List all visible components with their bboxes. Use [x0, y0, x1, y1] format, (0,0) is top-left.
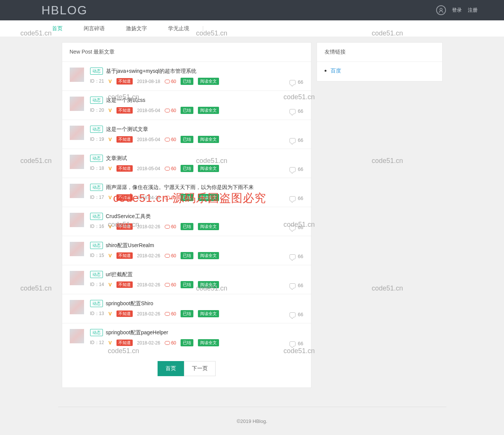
read-more-button[interactable]: 阅读全文: [198, 223, 219, 230]
post-date: 2018-05-04: [137, 108, 160, 113]
post-tag-badge[interactable]: 动态: [90, 68, 103, 75]
unknown-badge: 不知道: [116, 281, 133, 288]
post-id: ID：16: [90, 223, 104, 230]
nav-item-writing[interactable]: 激扬文字: [115, 25, 158, 32]
unknown-badge: 不知道: [116, 252, 133, 259]
nav: 首页 闲言碎语 激扬文字 学无止境: [0, 20, 504, 37]
post-views: 60: [165, 253, 176, 258]
post-row: 动态 springboot配置Shiro ID：13 V 不知道 2018-02…: [62, 294, 311, 323]
logo[interactable]: HBLOG: [41, 3, 87, 17]
post-tag-badge[interactable]: 动态: [90, 271, 103, 278]
post-date: 2019-08-18: [137, 79, 160, 84]
post-title[interactable]: CrudService工具类: [106, 213, 151, 220]
post-title[interactable]: springboot配置pageHelper: [106, 329, 169, 336]
read-more-button[interactable]: 阅读全文: [198, 78, 219, 85]
post-status-badge: 已结: [181, 165, 193, 172]
post-tag-badge[interactable]: 动态: [90, 97, 103, 104]
page-first-button[interactable]: 首页: [158, 361, 184, 376]
read-more-button[interactable]: 阅读全文: [198, 252, 219, 259]
post-comments[interactable]: 66: [290, 97, 303, 114]
post-thumbnail[interactable]: [70, 97, 84, 111]
post-thumbnail[interactable]: [70, 155, 84, 169]
footer: ©2019 HBlog.: [58, 407, 446, 435]
unknown-badge: 不知道: [116, 107, 133, 114]
post-tag-badge[interactable]: 动态: [90, 329, 103, 336]
post-comments[interactable]: 66: [290, 242, 303, 259]
post-title[interactable]: 文章测试: [106, 155, 127, 162]
post-thumbnail[interactable]: [70, 271, 84, 285]
post-views: 60: [165, 282, 176, 287]
post-title[interactable]: 这是一个测试css: [106, 97, 146, 104]
read-more-button[interactable]: 阅读全文: [198, 194, 219, 201]
post-comments[interactable]: 66: [290, 126, 303, 143]
vip-icon: V: [109, 78, 112, 84]
nav-item-learning[interactable]: 学无止境: [158, 25, 200, 32]
comment-icon: [290, 109, 296, 114]
read-more-button[interactable]: 阅读全文: [198, 165, 219, 172]
post-row: 动态 shiro配置UserRealm ID：15 V 不知道 2018-02-…: [62, 236, 311, 265]
watermark: code51.cn: [20, 284, 52, 292]
post-views: 60: [165, 108, 176, 113]
post-comments[interactable]: 66: [290, 300, 303, 317]
avatar-icon[interactable]: [436, 5, 446, 15]
link-baidu[interactable]: 百度: [331, 68, 341, 74]
read-more-button[interactable]: 阅读全文: [198, 107, 219, 114]
vip-icon: V: [109, 166, 112, 171]
read-more-button[interactable]: 阅读全文: [198, 281, 219, 288]
read-more-button[interactable]: 阅读全文: [198, 339, 219, 346]
post-views: 60: [165, 195, 176, 200]
eye-icon: [165, 167, 170, 171]
post-title[interactable]: 这是一个测试文章: [106, 126, 148, 133]
post-tag-badge[interactable]: 动态: [90, 300, 103, 307]
login-link[interactable]: 登录: [452, 7, 462, 14]
post-thumbnail[interactable]: [70, 213, 84, 227]
post-comments[interactable]: 66: [290, 329, 303, 346]
post-thumbnail[interactable]: [70, 68, 84, 82]
post-thumbnail[interactable]: [70, 126, 84, 140]
read-more-button[interactable]: 阅读全文: [198, 310, 219, 317]
post-tag-badge[interactable]: 动态: [90, 126, 103, 133]
post-tag-badge[interactable]: 动态: [90, 213, 103, 220]
post-title[interactable]: 雨声潺潺，像住在溪边。宁愿天天下雨，以为你是因为下雨不来: [106, 184, 254, 191]
post-id: ID：19: [90, 136, 104, 143]
post-thumbnail[interactable]: [70, 300, 84, 314]
read-more-button[interactable]: 阅读全文: [198, 136, 219, 143]
post-title[interactable]: url拦截配置: [106, 271, 133, 278]
post-title[interactable]: shiro配置UserRealm: [106, 242, 154, 249]
post-row: 动态 这是一个测试css ID：20 V 不知道 2018-05-04 60 已…: [62, 91, 311, 120]
post-title[interactable]: springboot配置Shiro: [106, 300, 153, 307]
post-title[interactable]: 基于java+swing+mysql的超市管理系统: [106, 68, 196, 75]
posts-panel: New Post 最新文章 动态 基于java+swing+mysql的超市管理…: [62, 42, 311, 388]
post-comments[interactable]: 66: [290, 68, 303, 85]
eye-icon: [165, 283, 170, 287]
post-status-badge: 已结: [181, 223, 193, 230]
nav-item-chat[interactable]: 闲言碎语: [73, 25, 115, 32]
post-tag-badge[interactable]: 动态: [90, 155, 103, 162]
post-comments[interactable]: 66: [290, 184, 303, 201]
nav-item-home[interactable]: 首页: [41, 25, 73, 32]
post-date: 2018-05-04: [137, 166, 160, 171]
post-row: 动态 springboot配置pageHelper ID：12 V 不知道 20…: [62, 323, 311, 352]
post-comments[interactable]: 66: [290, 155, 303, 172]
watermark: code51.cn: [20, 157, 52, 165]
eye-icon: [165, 254, 170, 258]
post-thumbnail[interactable]: [70, 184, 84, 198]
post-thumbnail[interactable]: [70, 242, 84, 256]
post-date: 2018-02-26: [137, 340, 160, 346]
eye-icon: [165, 196, 170, 200]
comment-count: 66: [298, 283, 303, 288]
post-id: ID：21: [90, 78, 104, 85]
register-link[interactable]: 注册: [468, 7, 478, 14]
post-tag-badge[interactable]: 动态: [90, 184, 103, 191]
comment-count: 66: [298, 341, 303, 346]
post-date: 2018-05-04: [137, 137, 160, 142]
header-right: 登录 注册: [436, 5, 478, 15]
post-comments[interactable]: 66: [290, 213, 303, 230]
post-thumbnail[interactable]: [70, 329, 84, 343]
post-comments[interactable]: 66: [290, 271, 303, 288]
post-id: ID：17: [90, 194, 104, 201]
post-tag-badge[interactable]: 动态: [90, 242, 103, 249]
post-id: ID：13: [90, 310, 104, 317]
page-next-button[interactable]: 下一页: [184, 361, 216, 376]
vip-icon: V: [109, 282, 112, 287]
